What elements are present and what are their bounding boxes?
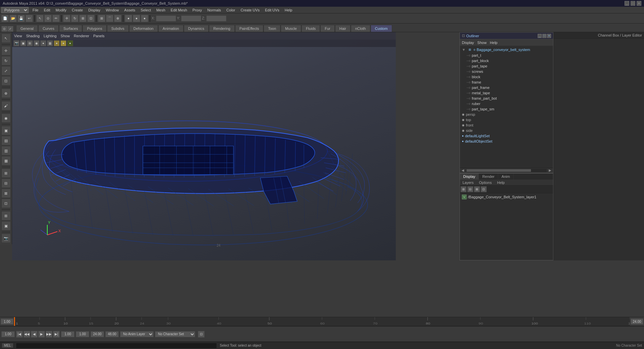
outliner-item-frame-part-bot[interactable]: ─o frame_part_bot — [460, 96, 553, 101]
tab-rendering[interactable]: Rendering — [209, 25, 235, 32]
anim-layer-select[interactable]: No Anim Layer — [120, 331, 154, 337]
tab-surfaces[interactable]: Surfaces — [59, 25, 82, 32]
toolbar-select[interactable]: ↖ — [36, 15, 44, 22]
vp-btn-select[interactable]: ▣ — [20, 40, 26, 46]
maximize-button[interactable]: □ — [631, 1, 635, 6]
vp-btn-light2[interactable]: ● — [60, 40, 66, 46]
tool-display-mode[interactable]: ▣ — [1, 221, 11, 231]
timeline-container[interactable]: 1 5 10 15 20 24 30 40 50 60 — [0, 317, 644, 326]
vp-btn-smooth[interactable]: ◉ — [34, 40, 40, 46]
toolbar-save[interactable]: 💾 — [17, 15, 25, 22]
tool-rotate[interactable]: ↻ — [1, 56, 11, 65]
outliner-item-persp[interactable]: ◉ persp — [460, 112, 553, 117]
tab-fluids[interactable]: Fluids — [302, 25, 320, 32]
btn-go-start[interactable]: |◀ — [16, 331, 23, 338]
outliner-item-metal-tape[interactable]: ─o metal_tape — [460, 90, 553, 96]
timeline-ruler[interactable]: 1 5 10 15 20 24 30 40 50 60 — [14, 317, 630, 326]
outliner-item-top[interactable]: ◉ top — [460, 117, 553, 122]
outliner-item-screws[interactable]: ─o screws — [460, 69, 553, 74]
outliner-scroll-left[interactable]: ◀ — [460, 168, 466, 172]
vp-menu-renderer[interactable]: Renderer — [74, 34, 89, 38]
vp-menu-shading[interactable]: Shading — [26, 34, 40, 38]
tab-custom[interactable]: Custom — [371, 25, 392, 32]
outliner-restore[interactable]: □ — [542, 34, 546, 38]
current-frame-input2[interactable] — [76, 331, 89, 337]
x-coord-input[interactable] — [156, 15, 176, 21]
vp-btn-shade[interactable]: ● — [40, 40, 46, 46]
main-viewport[interactable]: View Shading Lighting Show Renderer Pane… — [12, 32, 396, 260]
tool-display3[interactable]: ▦ — [1, 156, 11, 165]
outliner-item-part-t[interactable]: ─o part_t — [460, 53, 553, 58]
tool-scale[interactable]: ⤢ — [1, 66, 11, 76]
layer-btn-1[interactable]: ⊞ — [461, 186, 467, 192]
toolbar-paint[interactable]: ✏ — [52, 15, 60, 22]
anim-end-input[interactable] — [91, 331, 104, 337]
range-end-input[interactable] — [631, 318, 643, 325]
outliner-menu-help[interactable]: Help — [490, 41, 498, 45]
command-input[interactable] — [16, 343, 217, 349]
toolbar-light3[interactable]: ● — [141, 15, 148, 22]
outliner-minimize[interactable]: _ — [538, 34, 542, 38]
tool-poly4[interactable]: ⊡ — [1, 199, 11, 208]
z-coord-input[interactable] — [206, 15, 226, 21]
outliner-close[interactable]: X — [547, 34, 551, 38]
outliner-item-defaultobjectset[interactable]: ● defaultObjectSet — [460, 139, 553, 144]
tab-ncloth[interactable]: nCloth — [351, 25, 370, 32]
outliner-menu-display[interactable]: Display — [462, 41, 474, 45]
mode-selector[interactable]: Polygons Surfaces Dynamics Rendering Ani… — [1, 7, 29, 13]
menu-create[interactable]: Create — [69, 7, 86, 13]
tab-animation[interactable]: Animation — [158, 25, 183, 32]
anim-end-input2[interactable] — [105, 331, 119, 337]
y-coord-input[interactable] — [181, 15, 201, 21]
layer-tab-display[interactable]: Display — [460, 173, 479, 180]
tab-muscle[interactable]: Muscle — [281, 25, 301, 32]
layer-visibility[interactable]: V — [462, 195, 467, 199]
menu-edit-uvs[interactable]: Edit UVs — [262, 7, 282, 13]
menu-normals[interactable]: Normals — [205, 7, 224, 13]
vp-menu-lighting[interactable]: Lighting — [44, 34, 57, 38]
toolbar-snap-curve[interactable]: ⌒ — [106, 15, 113, 22]
toolbar-lasso[interactable]: ⊙ — [44, 15, 52, 22]
minimize-button[interactable]: _ — [625, 1, 629, 6]
btn-step-back[interactable]: ◀◀ — [23, 331, 30, 338]
tool-camera[interactable]: 📷 — [1, 234, 11, 243]
layer-row-1[interactable]: V /Baggage_Conveyor_Belt_System_layer1 — [461, 194, 552, 200]
outliner-content[interactable]: ▼ ⊞ o Baggage_conveyor_belt_system ─o pa… — [460, 46, 553, 168]
tool-display2[interactable]: ▥ — [1, 146, 11, 155]
menu-create-uvs[interactable]: Create UVs — [238, 7, 262, 13]
anim-start-input[interactable] — [61, 331, 74, 337]
outliner-item-part-frame[interactable]: ─o part_frame — [460, 85, 553, 90]
toolbar-manip[interactable]: ⊡ — [87, 15, 95, 22]
tool-select[interactable]: ↖ — [1, 34, 11, 43]
tab-icon-2[interactable]: ✓ — [7, 26, 13, 32]
vp-btn-wire[interactable]: ⊞ — [27, 40, 33, 46]
tool-poly3[interactable]: ⊠ — [1, 189, 11, 198]
tab-icon-1[interactable]: ⊙ — [1, 26, 7, 32]
tool-paint[interactable]: 🖌 — [1, 101, 11, 110]
subtab-layers[interactable]: Layers — [460, 180, 476, 185]
tab-curves[interactable]: Curves — [38, 25, 59, 32]
menu-color[interactable]: Color — [224, 7, 238, 13]
outliner-item-defaultlightset[interactable]: ● defaultLightSet — [460, 133, 553, 139]
tool-soft-mod[interactable]: ⊕ — [1, 89, 11, 98]
vp-menu-view[interactable]: View — [14, 34, 22, 38]
vp-btn-light3[interactable]: ● — [67, 40, 73, 46]
tab-polygons[interactable]: Polygons — [83, 25, 106, 32]
tab-hair[interactable]: Hair — [335, 25, 351, 32]
outliner-item-front[interactable]: ◉ front — [460, 122, 553, 128]
menu-window[interactable]: Window — [103, 7, 121, 13]
subtab-help[interactable]: Help — [494, 180, 507, 185]
btn-extra[interactable]: ⊡ — [198, 331, 205, 338]
outliner-menu-show[interactable]: Show — [477, 41, 487, 45]
tool-display1[interactable]: ▤ — [1, 136, 11, 145]
toolbar-new[interactable]: 📄 — [1, 15, 9, 22]
outliner-item-ruber[interactable]: ─o ruber — [460, 101, 553, 106]
toolbar-snap-grid[interactable]: ⊞ — [98, 15, 105, 22]
tab-fur[interactable]: Fur — [320, 25, 335, 32]
btn-go-end[interactable]: ▶| — [53, 331, 60, 338]
outliner-item-part-tape[interactable]: ─o part_tape — [460, 63, 553, 69]
toolbar-move[interactable]: ✛ — [63, 15, 70, 22]
vp-btn-light1[interactable]: ● — [54, 40, 60, 46]
tool-render[interactable]: ◉ — [1, 113, 11, 123]
tab-deformation[interactable]: Deformation — [129, 25, 158, 32]
